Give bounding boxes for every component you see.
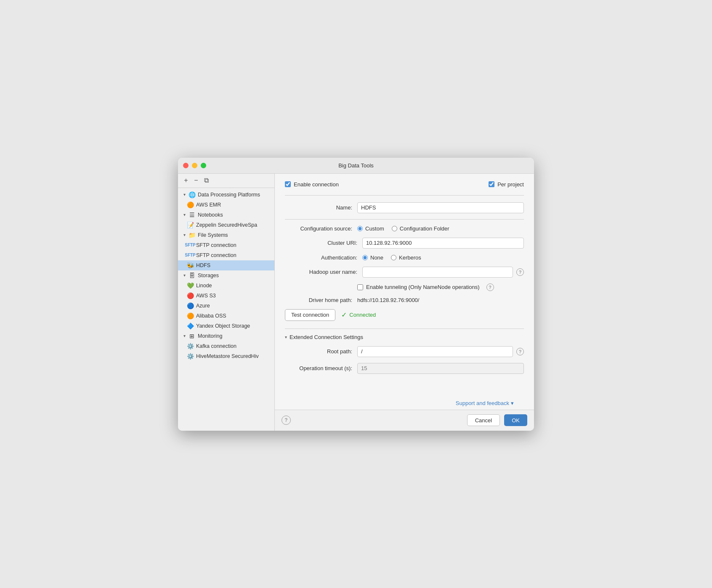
sidebar-item-label: Kafka connection bbox=[196, 343, 236, 349]
per-project-text: Per project bbox=[497, 181, 524, 188]
storages-icon: 🗄 bbox=[188, 272, 196, 279]
test-connection-row: Test connection ✓ Connected bbox=[285, 309, 524, 321]
sidebar-item-label: Data Processing Platforms bbox=[198, 192, 260, 198]
remove-button[interactable]: − bbox=[191, 176, 201, 185]
add-button[interactable]: + bbox=[181, 176, 191, 185]
sidebar-item-label: SFTP connection bbox=[196, 252, 236, 258]
root-path-help-icon[interactable]: ? bbox=[516, 348, 524, 355]
support-feedback-link[interactable]: Support and feedback ▾ bbox=[456, 400, 514, 406]
kerberos-label: Kerberos bbox=[399, 254, 421, 261]
hdfs-icon: 🐝 bbox=[186, 262, 194, 269]
enable-connection-checkbox[interactable] bbox=[285, 181, 291, 187]
kerberos-radio[interactable] bbox=[391, 255, 396, 260]
kerberos-option[interactable]: Kerberos bbox=[391, 254, 421, 261]
hadoop-username-help-icon[interactable]: ? bbox=[516, 268, 524, 276]
extended-label: Extended Connection Settings bbox=[290, 334, 363, 340]
authentication-label: Authentication: bbox=[290, 254, 357, 261]
config-source-options: Custom Configuration Folder bbox=[357, 225, 449, 232]
sidebar-item-monitoring[interactable]: ▾ ⊞ Monitoring bbox=[178, 331, 274, 341]
minimize-button[interactable] bbox=[192, 163, 197, 168]
alibaba-icon: 🟠 bbox=[186, 312, 194, 320]
sidebar-item-aws-s3[interactable]: 🔴 AWS S3 bbox=[178, 291, 274, 301]
config-folder-option[interactable]: Configuration Folder bbox=[392, 225, 449, 232]
folder-icon: 📁 bbox=[188, 231, 196, 239]
root-path-label: Root path: bbox=[285, 348, 352, 355]
azure-icon: 🔵 bbox=[186, 302, 194, 310]
tunneling-label[interactable]: Enable tunneling (Only NameNode operatio… bbox=[357, 284, 480, 290]
cluster-uri-input[interactable] bbox=[362, 238, 524, 249]
sidebar-item-label: Yandex Object Storage bbox=[196, 323, 250, 329]
config-source-label: Configuration source: bbox=[285, 225, 352, 232]
chevron-icon: ▾ bbox=[181, 212, 187, 218]
name-label: Name: bbox=[285, 204, 352, 211]
sidebar-item-hdfs[interactable]: 🐝 HDFS bbox=[178, 260, 274, 270]
sidebar-item-label: Storages bbox=[198, 273, 219, 278]
support-feedback-text: Support and feedback bbox=[456, 400, 509, 406]
name-input[interactable] bbox=[357, 202, 524, 213]
sftp-icon: SFTP bbox=[186, 252, 194, 259]
sidebar-item-alibaba[interactable]: 🟠 Alibaba OSS bbox=[178, 311, 274, 321]
sidebar-item-data-processing[interactable]: ▾ 🌐 Data Processing Platforms bbox=[178, 190, 274, 200]
test-connection-button[interactable]: Test connection bbox=[285, 309, 335, 321]
sidebar-item-sftp1[interactable]: SFTP SFTP connection bbox=[178, 240, 274, 250]
sidebar-item-label: HiveMetastore SecuredHiv bbox=[196, 353, 259, 359]
sidebar-item-file-systems[interactable]: ▾ 📁 File Systems bbox=[178, 230, 274, 240]
chevron-icon: ▾ bbox=[181, 333, 187, 339]
enable-connection-text: Enable connection bbox=[294, 181, 339, 188]
config-source-row: Configuration source: Custom Configurati… bbox=[285, 225, 524, 232]
hadoop-username-row: Hadoop user name: ? bbox=[290, 267, 524, 278]
extended-header[interactable]: ▾ Extended Connection Settings bbox=[285, 334, 524, 340]
maximize-button[interactable] bbox=[201, 163, 206, 168]
extended-chevron-icon: ▾ bbox=[285, 335, 287, 339]
sidebar-tree: ▾ 🌐 Data Processing Platforms 🟠 AWS EMR … bbox=[178, 188, 274, 431]
chevron-icon: ▾ bbox=[181, 192, 187, 198]
connected-text: Connected bbox=[349, 312, 376, 318]
cancel-button[interactable]: Cancel bbox=[467, 414, 500, 426]
hadoop-username-input[interactable] bbox=[362, 267, 513, 278]
sidebar-item-label: HDFS bbox=[196, 262, 210, 268]
linode-icon: 💚 bbox=[186, 282, 194, 289]
window-title: Big Data Tools bbox=[338, 162, 374, 169]
root-path-input[interactable] bbox=[357, 346, 513, 357]
none-radio[interactable] bbox=[362, 255, 368, 260]
sidebar-item-hivemetastore[interactable]: ⚙️ HiveMetastore SecuredHiv bbox=[178, 351, 274, 361]
aws-s3-icon: 🔴 bbox=[186, 292, 194, 299]
none-option[interactable]: None bbox=[362, 254, 383, 261]
titlebar-buttons bbox=[183, 163, 206, 168]
close-button[interactable] bbox=[183, 163, 189, 168]
help-button[interactable]: ? bbox=[282, 416, 291, 425]
tunneling-checkbox[interactable] bbox=[357, 284, 363, 290]
bottom-left: ? bbox=[282, 416, 291, 425]
driver-path-row: Driver home path: hdfs://10.128.92.76:90… bbox=[285, 297, 524, 303]
sidebar-item-yandex[interactable]: 🔷 Yandex Object Storage bbox=[178, 321, 274, 331]
name-row: Name: bbox=[285, 202, 524, 213]
hadoop-username-label: Hadoop user name: bbox=[290, 269, 357, 275]
sidebar-item-azure[interactable]: 🔵 Azure bbox=[178, 301, 274, 311]
sidebar-item-linode[interactable]: 💚 Linode bbox=[178, 281, 274, 291]
sidebar-item-zeppelin[interactable]: 📝 Zeppelin SecuredHiveSpa bbox=[178, 220, 274, 230]
sidebar-item-label: SFTP connection bbox=[196, 242, 236, 248]
sidebar-item-sftp2[interactable]: SFTP SFTP connection bbox=[178, 250, 274, 260]
sidebar-item-label: Zeppelin SecuredHiveSpa bbox=[196, 222, 257, 228]
sidebar-item-storages[interactable]: ▾ 🗄 Storages bbox=[178, 270, 274, 281]
config-folder-radio[interactable] bbox=[392, 226, 397, 231]
authentication-options: None Kerberos bbox=[362, 254, 421, 261]
operation-timeout-input[interactable] bbox=[357, 363, 524, 374]
sidebar-item-notebooks[interactable]: ▾ ☰ Notebooks bbox=[178, 210, 274, 220]
sidebar-item-kafka[interactable]: ⚙️ Kafka connection bbox=[178, 341, 274, 351]
custom-option[interactable]: Custom bbox=[357, 225, 384, 232]
sidebar-item-label: Alibaba OSS bbox=[196, 313, 226, 319]
sidebar-item-aws-emr[interactable]: 🟠 AWS EMR bbox=[178, 200, 274, 210]
root-path-row: Root path: ? bbox=[285, 346, 524, 357]
ok-button[interactable]: OK bbox=[504, 414, 527, 426]
custom-radio[interactable] bbox=[357, 226, 363, 231]
globe-icon: 🌐 bbox=[188, 191, 196, 199]
sftp-icon: SFTP bbox=[186, 241, 194, 249]
copy-button[interactable]: ⧉ bbox=[202, 176, 211, 185]
connected-status: ✓ Connected bbox=[341, 311, 376, 319]
enable-connection-label[interactable]: Enable connection bbox=[285, 181, 339, 188]
tunneling-help-icon[interactable]: ? bbox=[486, 283, 494, 291]
per-project-label[interactable]: Per project bbox=[489, 181, 524, 188]
per-project-checkbox[interactable] bbox=[489, 181, 494, 187]
zeppelin-icon: 📝 bbox=[186, 221, 194, 229]
